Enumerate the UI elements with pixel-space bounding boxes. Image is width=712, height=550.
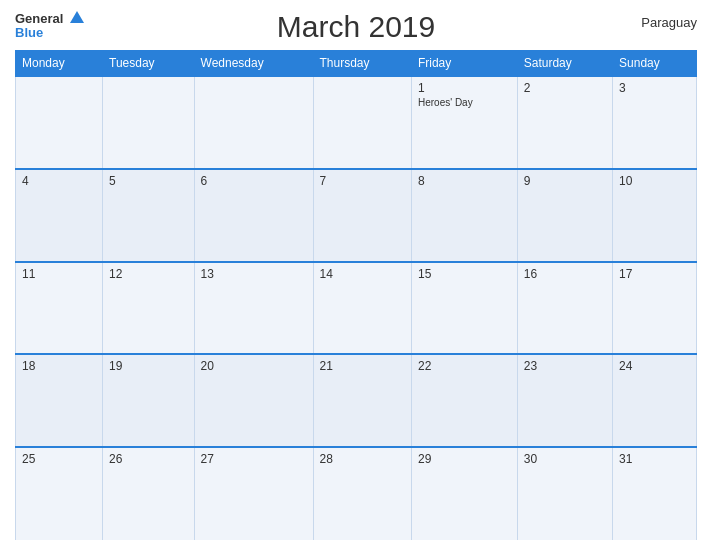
day-number: 16 (524, 267, 606, 281)
calendar-cell (103, 76, 195, 169)
calendar-cell: 11 (16, 262, 103, 355)
header: General Blue March 2019 Paraguay (15, 10, 697, 44)
calendar-cell: 15 (411, 262, 517, 355)
calendar-cell: 26 (103, 447, 195, 540)
day-number: 15 (418, 267, 511, 281)
calendar-cell: 20 (194, 354, 313, 447)
calendar-cell: 2 (517, 76, 612, 169)
day-number: 18 (22, 359, 96, 373)
calendar-body: 1Heroes' Day2345678910111213141516171819… (16, 76, 697, 540)
weekday-header: Thursday (313, 51, 411, 77)
day-number: 7 (320, 174, 405, 188)
day-number: 24 (619, 359, 690, 373)
calendar-cell: 9 (517, 169, 612, 262)
day-number: 11 (22, 267, 96, 281)
calendar-cell: 16 (517, 262, 612, 355)
weekday-header-row: MondayTuesdayWednesdayThursdayFridaySatu… (16, 51, 697, 77)
calendar-cell: 3 (613, 76, 697, 169)
weekday-header: Sunday (613, 51, 697, 77)
day-number: 22 (418, 359, 511, 373)
calendar-cell (16, 76, 103, 169)
day-number: 29 (418, 452, 511, 466)
calendar-cell (194, 76, 313, 169)
day-number: 3 (619, 81, 690, 95)
calendar-cell: 28 (313, 447, 411, 540)
weekday-header: Monday (16, 51, 103, 77)
calendar-cell: 21 (313, 354, 411, 447)
calendar-cell: 4 (16, 169, 103, 262)
day-number: 14 (320, 267, 405, 281)
holiday-label: Heroes' Day (418, 97, 511, 108)
day-number: 28 (320, 452, 405, 466)
calendar-week-row: 1Heroes' Day23 (16, 76, 697, 169)
calendar-week-row: 25262728293031 (16, 447, 697, 540)
calendar-cell: 5 (103, 169, 195, 262)
weekday-header: Tuesday (103, 51, 195, 77)
calendar-cell: 6 (194, 169, 313, 262)
weekday-header: Wednesday (194, 51, 313, 77)
day-number: 19 (109, 359, 188, 373)
logo-blue-text: Blue (15, 26, 84, 39)
logo-general-text: General (15, 11, 63, 26)
day-number: 4 (22, 174, 96, 188)
day-number: 5 (109, 174, 188, 188)
calendar-week-row: 45678910 (16, 169, 697, 262)
calendar-cell: 12 (103, 262, 195, 355)
calendar-cell: 1Heroes' Day (411, 76, 517, 169)
calendar-week-row: 18192021222324 (16, 354, 697, 447)
day-number: 1 (418, 81, 511, 95)
day-number: 12 (109, 267, 188, 281)
weekday-header: Saturday (517, 51, 612, 77)
calendar-table: MondayTuesdayWednesdayThursdayFridaySatu… (15, 50, 697, 540)
day-number: 20 (201, 359, 307, 373)
day-number: 8 (418, 174, 511, 188)
calendar-cell: 8 (411, 169, 517, 262)
calendar-cell: 7 (313, 169, 411, 262)
calendar-cell: 25 (16, 447, 103, 540)
country-label: Paraguay (641, 15, 697, 30)
day-number: 21 (320, 359, 405, 373)
day-number: 17 (619, 267, 690, 281)
day-number: 30 (524, 452, 606, 466)
calendar-cell: 23 (517, 354, 612, 447)
day-number: 27 (201, 452, 307, 466)
calendar-cell: 14 (313, 262, 411, 355)
calendar-cell: 22 (411, 354, 517, 447)
weekday-header: Friday (411, 51, 517, 77)
calendar-cell (313, 76, 411, 169)
calendar-header: MondayTuesdayWednesdayThursdayFridaySatu… (16, 51, 697, 77)
calendar-week-row: 11121314151617 (16, 262, 697, 355)
calendar-cell: 19 (103, 354, 195, 447)
logo-triangle-icon (70, 11, 84, 23)
calendar-cell: 31 (613, 447, 697, 540)
day-number: 26 (109, 452, 188, 466)
day-number: 9 (524, 174, 606, 188)
day-number: 2 (524, 81, 606, 95)
day-number: 10 (619, 174, 690, 188)
calendar-title: March 2019 (277, 10, 435, 44)
calendar-cell: 17 (613, 262, 697, 355)
day-number: 31 (619, 452, 690, 466)
logo-general-line: General (15, 10, 84, 26)
day-number: 6 (201, 174, 307, 188)
page: General Blue March 2019 Paraguay MondayT… (0, 0, 712, 550)
calendar-cell: 30 (517, 447, 612, 540)
calendar-cell: 24 (613, 354, 697, 447)
day-number: 13 (201, 267, 307, 281)
day-number: 25 (22, 452, 96, 466)
calendar-cell: 10 (613, 169, 697, 262)
day-number: 23 (524, 359, 606, 373)
logo: General Blue (15, 10, 84, 39)
calendar-cell: 18 (16, 354, 103, 447)
calendar-cell: 27 (194, 447, 313, 540)
calendar-cell: 13 (194, 262, 313, 355)
calendar-cell: 29 (411, 447, 517, 540)
